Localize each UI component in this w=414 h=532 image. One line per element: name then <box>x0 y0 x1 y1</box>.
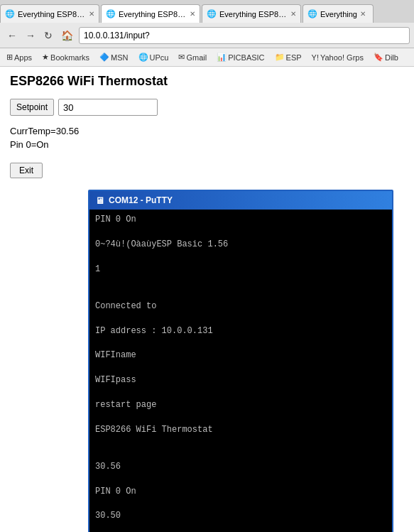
tab-favicon: 🌐 <box>207 9 217 19</box>
terminal-line: ESP8266 WiFi Thermostat <box>95 424 386 436</box>
putty-titlebar: 🖥 COM12 - PuTTY <box>89 191 392 210</box>
pin-status: Pin 0=On <box>10 139 404 150</box>
terminal-line: Connected to <box>95 300 386 313</box>
setpoint-row: Setpoint <box>10 99 404 116</box>
tab-favicon: 🌐 <box>307 9 317 19</box>
home-button[interactable]: 🏠 <box>58 28 76 43</box>
putty-title: COM12 - PuTTY <box>109 195 173 205</box>
browser-tab-tab4[interactable]: 🌐Everything✕ <box>303 4 374 23</box>
terminal-line: 0~?4ù!(OàaùyESP Basic 1.56 <box>95 239 386 251</box>
forward-button[interactable]: → <box>23 28 38 43</box>
page-title: ESP8266 WiFi Thermostat <box>10 74 404 89</box>
bookmarks-bar: ⊞Apps★Bookmarks🔷MSN🌐UPcu✉Gmail📊PICBASIC📁… <box>0 48 414 67</box>
tab-close-icon[interactable]: ✕ <box>89 10 94 18</box>
page-content: ESP8266 WiFi Thermostat Setpoint CurrTem… <box>0 67 414 532</box>
bookmark-icon: ✉ <box>178 53 185 62</box>
tab-label: Everything <box>320 10 357 18</box>
bookmark-yahoo--grps[interactable]: Y!Yahoo! Grps <box>310 53 366 63</box>
tab-close-icon[interactable]: ✕ <box>290 10 296 18</box>
browser-tab-tab2[interactable]: 🌐Everything ESP8266 -✕ <box>101 4 200 23</box>
terminal-line: restart page <box>95 399 386 411</box>
setpoint-input[interactable] <box>58 99 158 116</box>
terminal-line: PIN 0 On <box>95 486 386 498</box>
bookmark-label: Yahoo! Grps <box>320 53 364 62</box>
bookmark-bookmarks[interactable]: ★Bookmarks <box>40 52 92 63</box>
terminal-line: IP address : 10.0.0.131 <box>95 325 386 337</box>
tab-favicon: 🌐 <box>106 9 116 19</box>
bookmark-apps[interactable]: ⊞Apps <box>4 52 34 63</box>
address-input[interactable] <box>79 27 410 44</box>
bookmark-icon: ⊞ <box>6 53 13 62</box>
putty-icon: 🖥 <box>95 195 104 206</box>
bookmark-icon: Y! <box>312 53 319 62</box>
exit-button[interactable]: Exit <box>10 163 43 178</box>
putty-window: 🖥 COM12 - PuTTY PIN 0 On 0~?4ù!(OàaùyESP… <box>88 190 393 532</box>
bookmark-label: PICBASIC <box>228 53 264 62</box>
terminal-line: PIN 0 On <box>95 214 386 226</box>
bookmark-label: Apps <box>14 53 32 62</box>
terminal-line: 1 <box>95 264 386 276</box>
terminal-line: WIFIname <box>95 349 386 362</box>
bookmark-dilb[interactable]: 🔖Dilb <box>371 52 401 63</box>
tab-label: Everything ESP8266 - <box>219 10 288 18</box>
bookmark-label: UPcu <box>150 53 169 62</box>
bookmark-picbasic[interactable]: 📊PICBASIC <box>214 52 266 63</box>
bookmark-esp[interactable]: 📁ESP <box>273 52 304 63</box>
tab-label: Everything ESP8266 - <box>18 10 86 18</box>
tab-close-icon[interactable]: ✕ <box>190 10 195 18</box>
bookmark-label: Bookmarks <box>50 53 89 62</box>
tab-favicon: 🌐 <box>5 9 15 19</box>
bookmark-icon: ★ <box>42 53 49 62</box>
bookmark-label: Dilb <box>385 53 398 62</box>
browser-tab-tab3[interactable]: 🌐Everything ESP8266 -✕ <box>202 4 301 23</box>
browser-toolbar: ← → ↻ 🏠 <box>0 23 414 48</box>
bookmark-icon: 🔖 <box>374 53 383 62</box>
terminal-line: 30.56 <box>95 461 386 473</box>
bookmark-label: ESP <box>286 53 302 62</box>
putty-terminal[interactable]: PIN 0 On 0~?4ù!(OàaùyESP Basic 1.56 1 Co… <box>89 210 392 532</box>
tab-close-icon[interactable]: ✕ <box>360 10 366 18</box>
back-button[interactable]: ← <box>4 28 20 43</box>
bookmark-msn[interactable]: 🔷MSN <box>97 52 130 63</box>
terminal-line: 30.50 <box>95 510 386 522</box>
bookmark-label: MSN <box>111 53 128 62</box>
browser-tabs: 🌐Everything ESP8266 -✕🌐Everything ESP826… <box>0 0 414 23</box>
bookmark-gmail[interactable]: ✉Gmail <box>176 52 209 63</box>
browser-tab-tab1[interactable]: 🌐Everything ESP8266 -✕ <box>0 4 99 23</box>
bookmark-icon: 🔷 <box>99 53 109 62</box>
bookmark-icon: 📁 <box>275 53 285 62</box>
curr-temp: CurrTemp=30.56 <box>10 126 404 136</box>
terminal-line: WIFIpass <box>95 374 386 386</box>
bookmark-icon: 📊 <box>217 53 227 62</box>
tab-label: Everything ESP8266 - <box>119 10 187 18</box>
bookmark-upcu[interactable]: 🌐UPcu <box>136 52 171 63</box>
reload-button[interactable]: ↻ <box>41 28 55 43</box>
bookmark-icon: 🌐 <box>138 53 148 62</box>
setpoint-button[interactable]: Setpoint <box>10 99 54 116</box>
bookmark-label: Gmail <box>186 53 207 62</box>
